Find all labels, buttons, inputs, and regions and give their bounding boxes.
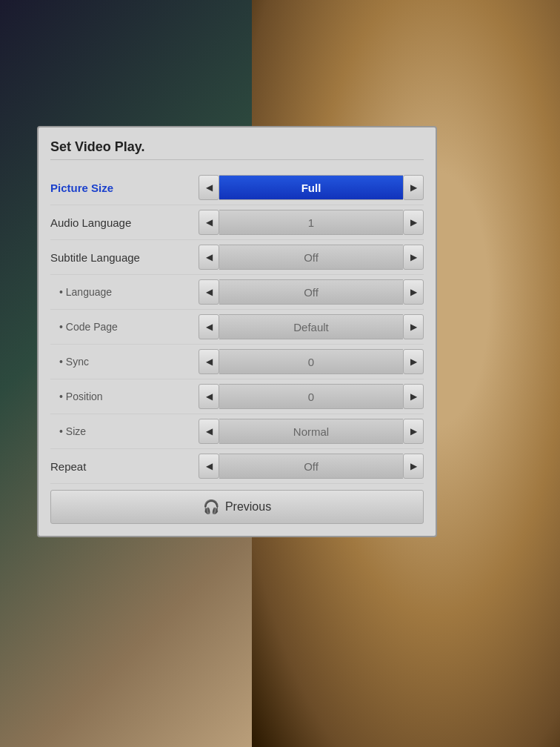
row-audio-language: Audio Language ◀ 1 ▶ [50,205,424,240]
arrow-right-audio-language[interactable]: ▶ [403,210,424,235]
value-language: Off [219,279,403,305]
value-audio-language: 1 [219,210,403,235]
value-code-page: Default [219,314,403,339]
dialog-title: Set Video Play. [50,139,424,160]
label-language: • Language [50,286,199,298]
headphones-icon: 🎧 [203,499,219,515]
control-subtitle-language: ◀ Off ▶ [199,245,424,270]
value-sync: 0 [219,349,403,374]
control-language: ◀ Off ▶ [199,279,424,305]
arrow-left-size[interactable]: ◀ [199,419,219,444]
control-picture-size: ◀ Full ▶ [199,175,424,200]
previous-button[interactable]: 🎧 Previous [50,490,424,524]
value-subtitle-language: Off [219,245,403,270]
arrow-left-code-page[interactable]: ◀ [199,314,219,339]
arrow-right-position[interactable]: ▶ [403,384,424,409]
arrow-left-picture-size[interactable]: ◀ [199,175,219,200]
value-picture-size: Full [219,175,403,200]
row-size: • Size ◀ Normal ▶ [50,414,424,449]
arrow-left-subtitle-language[interactable]: ◀ [199,245,219,270]
label-picture-size: Picture Size [50,182,199,194]
arrow-left-audio-language[interactable]: ◀ [199,210,219,235]
arrow-left-sync[interactable]: ◀ [199,349,219,374]
control-repeat: ◀ Off ▶ [199,454,424,479]
row-picture-size: Picture Size ◀ Full ▶ [50,170,424,205]
row-code-page: • Code Page ◀ Default ▶ [50,310,424,345]
row-sync: • Sync ◀ 0 ▶ [50,345,424,379]
arrow-left-language[interactable]: ◀ [199,279,219,305]
arrow-right-subtitle-language[interactable]: ▶ [403,245,424,270]
row-language: • Language ◀ Off ▶ [50,275,424,310]
control-size: ◀ Normal ▶ [199,419,424,444]
arrow-right-sync[interactable]: ▶ [403,349,424,374]
label-position: • Position [50,391,199,402]
label-sync: • Sync [50,356,199,368]
row-repeat: Repeat ◀ Off ▶ [50,449,424,484]
settings-dialog: Set Video Play. Picture Size ◀ Full ▶ Au… [37,126,437,537]
arrow-right-code-page[interactable]: ▶ [403,314,424,339]
label-audio-language: Audio Language [50,216,199,229]
label-size: • Size [50,425,199,437]
value-size: Normal [219,419,403,444]
control-audio-language: ◀ 1 ▶ [199,210,424,235]
previous-label: Previous [225,500,271,514]
value-position: 0 [219,384,403,409]
control-position: ◀ 0 ▶ [199,384,424,409]
row-position: • Position ◀ 0 ▶ [50,379,424,414]
arrow-right-repeat[interactable]: ▶ [403,454,424,479]
label-repeat: Repeat [50,460,199,473]
row-subtitle-language: Subtitle Language ◀ Off ▶ [50,240,424,275]
arrow-right-size[interactable]: ▶ [403,419,424,444]
arrow-right-language[interactable]: ▶ [403,279,424,305]
label-code-page: • Code Page [50,321,199,333]
label-subtitle-language: Subtitle Language [50,251,199,264]
control-code-page: ◀ Default ▶ [199,314,424,339]
value-repeat: Off [219,454,403,479]
arrow-left-position[interactable]: ◀ [199,384,219,409]
arrow-left-repeat[interactable]: ◀ [199,454,219,479]
control-sync: ◀ 0 ▶ [199,349,424,374]
arrow-right-picture-size[interactable]: ▶ [403,175,424,200]
